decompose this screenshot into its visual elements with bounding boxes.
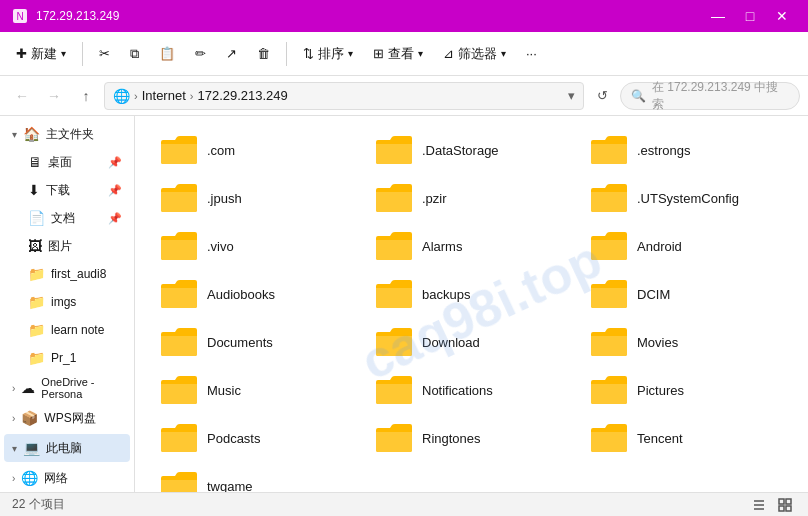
forward-button[interactable]: → (40, 82, 68, 110)
sort-dropdown-icon: ▾ (348, 48, 353, 59)
address-path-internet: Internet (142, 88, 186, 103)
file-item[interactable]: Audiobooks (151, 272, 362, 316)
file-item[interactable]: Podcasts (151, 416, 362, 460)
sidebar-item-label: 下载 (46, 182, 70, 199)
sidebar: ▾ 🏠 主文件夹 🖥 桌面 📌 ⬇ 下载 📌 📄 文档 📌 🖼 图 (0, 116, 135, 492)
sidebar-item-learn-note[interactable]: 📁 learn note (4, 316, 130, 344)
file-item[interactable]: .jpush (151, 176, 362, 220)
pin-icon: 📌 (108, 212, 122, 225)
desktop-icon: 🖥 (28, 154, 42, 170)
file-name: Tencent (637, 431, 683, 446)
share-button[interactable]: ↗ (218, 38, 245, 70)
paste-button[interactable]: 📋 (151, 38, 183, 70)
file-item[interactable]: Download (366, 320, 577, 364)
sidebar-item-main-files[interactable]: ▾ 🏠 主文件夹 (4, 120, 130, 148)
copy-icon: ⧉ (130, 46, 139, 62)
sidebar-item-pr1[interactable]: 📁 Pr_1 (4, 344, 130, 372)
svg-rect-7 (779, 506, 784, 511)
file-grid: .com .DataStorage .estrongs .jpush (151, 128, 792, 492)
sidebar-item-imgs[interactable]: 📁 imgs (4, 288, 130, 316)
file-item[interactable]: DCIM (581, 272, 792, 316)
list-view-button[interactable] (748, 494, 770, 516)
file-name: Android (637, 239, 682, 254)
rename-button[interactable]: ✏ (187, 38, 214, 70)
sidebar-section-onedrive: › ☁ OneDrive - Persona (0, 374, 134, 402)
file-item[interactable]: backups (366, 272, 577, 316)
filter-dropdown-icon: ▾ (501, 48, 506, 59)
sort-icon: ⇅ (303, 46, 314, 61)
svg-rect-6 (786, 499, 791, 504)
folder-icon: 📁 (28, 266, 45, 282)
up-button[interactable]: ↑ (72, 82, 100, 110)
more-button[interactable]: ··· (518, 38, 545, 70)
toolbar: ✚ 新建 ▾ ✂ ⧉ 📋 ✏ ↗ 🗑 ⇅ 排序 ▾ ⊞ 查看 ▾ ⊿ 筛选器 ▾… (0, 32, 808, 76)
file-name: DCIM (637, 287, 670, 302)
search-box[interactable]: 🔍 在 172.29.213.249 中搜索 (620, 82, 800, 110)
sidebar-item-desktop[interactable]: 🖥 桌面 📌 (4, 148, 130, 176)
new-dropdown-icon: ▾ (61, 48, 66, 59)
refresh-button[interactable]: ↺ (588, 82, 616, 110)
folder-icon (159, 230, 199, 262)
sidebar-item-label: 图片 (48, 238, 72, 255)
new-button[interactable]: ✚ 新建 ▾ (8, 38, 74, 70)
wps-icon: 📦 (21, 410, 38, 426)
svg-rect-8 (786, 506, 791, 511)
back-button[interactable]: ← (8, 82, 36, 110)
file-name: Audiobooks (207, 287, 275, 302)
file-item[interactable]: .com (151, 128, 362, 172)
sidebar-item-pictures[interactable]: 🖼 图片 (4, 232, 130, 260)
file-item[interactable]: .estrongs (581, 128, 792, 172)
folder-icon (159, 326, 199, 358)
sidebar-item-documents[interactable]: 📄 文档 📌 (4, 204, 130, 232)
sidebar-item-label: learn note (51, 323, 104, 337)
file-item[interactable]: .DataStorage (366, 128, 577, 172)
file-item[interactable]: Notifications (366, 368, 577, 412)
folder-icon (589, 182, 629, 214)
filter-button[interactable]: ⊿ 筛选器 ▾ (435, 38, 514, 70)
app-icon: N (12, 8, 28, 24)
sidebar-section-main: ▾ 🏠 主文件夹 🖥 桌面 📌 ⬇ 下载 📌 📄 文档 📌 🖼 图 (0, 120, 134, 372)
sidebar-item-wps[interactable]: › 📦 WPS网盘 (4, 404, 130, 432)
file-item[interactable]: Movies (581, 320, 792, 364)
delete-icon: 🗑 (257, 46, 270, 61)
view-button[interactable]: ⊞ 查看 ▾ (365, 38, 431, 70)
file-item[interactable]: Pictures (581, 368, 792, 412)
file-item[interactable]: Ringtones (366, 416, 577, 460)
file-item[interactable]: Tencent (581, 416, 792, 460)
sidebar-item-onedrive[interactable]: › ☁ OneDrive - Persona (4, 374, 130, 402)
file-item[interactable]: Music (151, 368, 362, 412)
sidebar-item-network[interactable]: › 🌐 网络 (4, 464, 130, 492)
sidebar-item-thispc[interactable]: ▾ 💻 此电脑 (4, 434, 130, 462)
address-dropdown-icon[interactable]: ▾ (568, 88, 575, 103)
search-placeholder: 在 172.29.213.249 中搜索 (652, 79, 789, 113)
address-path-ip: 172.29.213.249 (197, 88, 287, 103)
file-item[interactable]: Documents (151, 320, 362, 364)
minimize-button[interactable]: — (704, 2, 732, 30)
sort-button[interactable]: ⇅ 排序 ▾ (295, 38, 361, 70)
sidebar-item-label: 网络 (44, 470, 68, 487)
folder-icon (589, 374, 629, 406)
copy-button[interactable]: ⧉ (122, 38, 147, 70)
file-item[interactable]: .UTSystemConfig (581, 176, 792, 220)
rename-icon: ✏ (195, 46, 206, 61)
sidebar-section-thispc: ▾ 💻 此电脑 (0, 434, 134, 462)
maximize-button[interactable]: □ (736, 2, 764, 30)
folder-icon (159, 422, 199, 454)
svg-text:N: N (16, 11, 23, 22)
sidebar-item-downloads[interactable]: ⬇ 下载 📌 (4, 176, 130, 204)
file-item[interactable]: twgame (151, 464, 362, 492)
grid-view-button[interactable] (774, 494, 796, 516)
file-item[interactable]: .pzir (366, 176, 577, 220)
sidebar-item-first-audi8[interactable]: 📁 first_audi8 (4, 260, 130, 288)
file-name: Podcasts (207, 431, 260, 446)
address-bar[interactable]: 🌐 › Internet › 172.29.213.249 ▾ (104, 82, 584, 110)
file-item[interactable]: .vivo (151, 224, 362, 268)
file-item[interactable]: Alarms (366, 224, 577, 268)
close-button[interactable]: ✕ (768, 2, 796, 30)
delete-button[interactable]: 🗑 (249, 38, 278, 70)
file-name: .pzir (422, 191, 447, 206)
cloud-icon: ☁ (21, 380, 35, 396)
file-item[interactable]: Android (581, 224, 792, 268)
pc-icon: 💻 (23, 440, 40, 456)
cut-button[interactable]: ✂ (91, 38, 118, 70)
